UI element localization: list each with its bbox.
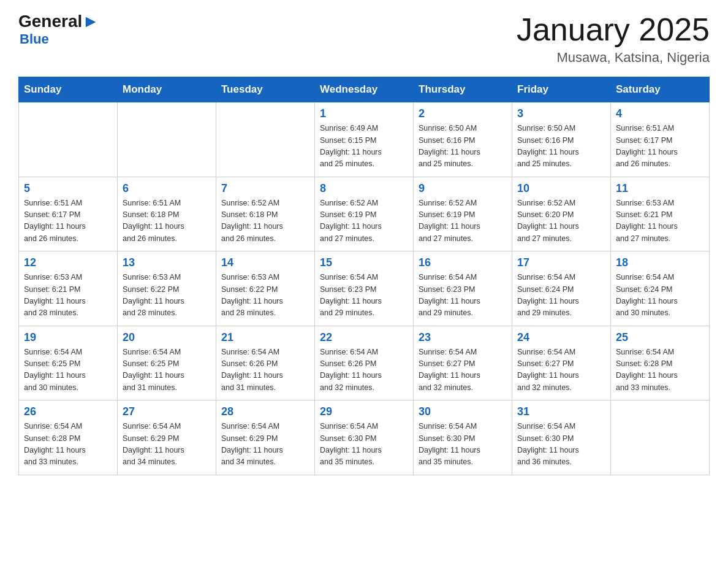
day-number: 25 xyxy=(616,331,704,344)
calendar-cell: 23Sunrise: 6:54 AM Sunset: 6:27 PM Dayli… xyxy=(414,326,512,400)
calendar-week-row: 1Sunrise: 6:49 AM Sunset: 6:15 PM Daylig… xyxy=(19,102,710,177)
calendar-cell: 5Sunrise: 6:51 AM Sunset: 6:17 PM Daylig… xyxy=(19,177,118,251)
weekday-header-wednesday: Wednesday xyxy=(315,77,414,102)
weekday-header-thursday: Thursday xyxy=(414,77,512,102)
logo-text: General► xyxy=(18,12,99,31)
calendar-cell: 9Sunrise: 6:52 AM Sunset: 6:19 PM Daylig… xyxy=(414,177,512,251)
day-info: Sunrise: 6:54 AM Sunset: 6:29 PM Dayligh… xyxy=(221,421,309,469)
calendar-cell: 8Sunrise: 6:52 AM Sunset: 6:19 PM Daylig… xyxy=(315,177,414,251)
calendar-table: SundayMondayTuesdayWednesdayThursdayFrid… xyxy=(18,77,710,475)
location: Musawa, Katsina, Nigeria xyxy=(517,50,710,66)
day-number: 1 xyxy=(320,107,408,120)
day-number: 8 xyxy=(320,182,408,195)
day-number: 28 xyxy=(221,405,309,418)
day-info: Sunrise: 6:54 AM Sunset: 6:26 PM Dayligh… xyxy=(221,347,309,394)
day-info: Sunrise: 6:54 AM Sunset: 6:25 PM Dayligh… xyxy=(123,347,211,394)
day-info: Sunrise: 6:54 AM Sunset: 6:27 PM Dayligh… xyxy=(517,347,605,394)
day-info: Sunrise: 6:53 AM Sunset: 6:21 PM Dayligh… xyxy=(24,272,112,320)
calendar-cell: 1Sunrise: 6:49 AM Sunset: 6:15 PM Daylig… xyxy=(315,102,414,177)
page-header: General► Blue January 2025 Musawa, Katsi… xyxy=(18,12,710,66)
day-number: 7 xyxy=(221,182,309,195)
calendar-cell xyxy=(118,102,216,177)
weekday-header-sunday: Sunday xyxy=(19,77,118,102)
day-number: 29 xyxy=(320,405,408,418)
calendar-cell: 27Sunrise: 6:54 AM Sunset: 6:29 PM Dayli… xyxy=(118,400,216,475)
day-info: Sunrise: 6:54 AM Sunset: 6:23 PM Dayligh… xyxy=(320,272,408,320)
day-info: Sunrise: 6:54 AM Sunset: 6:30 PM Dayligh… xyxy=(517,421,605,469)
calendar-cell: 19Sunrise: 6:54 AM Sunset: 6:25 PM Dayli… xyxy=(19,326,118,400)
day-number: 13 xyxy=(123,256,211,269)
calendar-cell: 13Sunrise: 6:53 AM Sunset: 6:22 PM Dayli… xyxy=(118,251,216,326)
day-info: Sunrise: 6:49 AM Sunset: 6:15 PM Dayligh… xyxy=(320,123,408,170)
month-title: January 2025 xyxy=(517,12,710,47)
calendar-cell xyxy=(216,102,315,177)
day-number: 26 xyxy=(24,405,112,418)
calendar-cell: 31Sunrise: 6:54 AM Sunset: 6:30 PM Dayli… xyxy=(512,400,611,475)
day-info: Sunrise: 6:52 AM Sunset: 6:19 PM Dayligh… xyxy=(320,197,408,245)
day-info: Sunrise: 6:52 AM Sunset: 6:20 PM Dayligh… xyxy=(517,197,605,245)
logo-blue-text: Blue xyxy=(20,31,49,47)
day-info: Sunrise: 6:51 AM Sunset: 6:18 PM Dayligh… xyxy=(123,197,211,245)
day-number: 20 xyxy=(123,331,211,344)
day-number: 30 xyxy=(419,405,507,418)
calendar-cell: 10Sunrise: 6:52 AM Sunset: 6:20 PM Dayli… xyxy=(512,177,611,251)
day-info: Sunrise: 6:54 AM Sunset: 6:29 PM Dayligh… xyxy=(123,421,211,469)
calendar-cell: 4Sunrise: 6:51 AM Sunset: 6:17 PM Daylig… xyxy=(611,102,710,177)
day-number: 4 xyxy=(616,107,704,120)
weekday-header-friday: Friday xyxy=(512,77,611,102)
calendar-cell: 25Sunrise: 6:54 AM Sunset: 6:28 PM Dayli… xyxy=(611,326,710,400)
calendar-cell: 21Sunrise: 6:54 AM Sunset: 6:26 PM Dayli… xyxy=(216,326,315,400)
day-number: 18 xyxy=(616,256,704,269)
day-info: Sunrise: 6:54 AM Sunset: 6:30 PM Dayligh… xyxy=(419,421,507,469)
day-info: Sunrise: 6:54 AM Sunset: 6:28 PM Dayligh… xyxy=(616,347,704,394)
day-info: Sunrise: 6:54 AM Sunset: 6:23 PM Dayligh… xyxy=(419,272,507,320)
day-number: 16 xyxy=(419,256,507,269)
day-number: 15 xyxy=(320,256,408,269)
calendar-cell: 2Sunrise: 6:50 AM Sunset: 6:16 PM Daylig… xyxy=(414,102,512,177)
calendar-week-row: 5Sunrise: 6:51 AM Sunset: 6:17 PM Daylig… xyxy=(19,177,710,251)
calendar-cell: 6Sunrise: 6:51 AM Sunset: 6:18 PM Daylig… xyxy=(118,177,216,251)
day-number: 5 xyxy=(24,182,112,195)
day-info: Sunrise: 6:53 AM Sunset: 6:22 PM Dayligh… xyxy=(221,272,309,320)
calendar-cell: 18Sunrise: 6:54 AM Sunset: 6:24 PM Dayli… xyxy=(611,251,710,326)
logo: General► Blue xyxy=(18,12,99,47)
day-number: 6 xyxy=(123,182,211,195)
day-number: 31 xyxy=(517,405,605,418)
calendar-cell: 20Sunrise: 6:54 AM Sunset: 6:25 PM Dayli… xyxy=(118,326,216,400)
day-number: 27 xyxy=(123,405,211,418)
day-number: 19 xyxy=(24,331,112,344)
day-info: Sunrise: 6:53 AM Sunset: 6:22 PM Dayligh… xyxy=(123,272,211,320)
day-info: Sunrise: 6:54 AM Sunset: 6:24 PM Dayligh… xyxy=(616,272,704,320)
calendar-cell: 15Sunrise: 6:54 AM Sunset: 6:23 PM Dayli… xyxy=(315,251,414,326)
calendar-cell xyxy=(611,400,710,475)
day-info: Sunrise: 6:54 AM Sunset: 6:24 PM Dayligh… xyxy=(517,272,605,320)
weekday-header-tuesday: Tuesday xyxy=(216,77,315,102)
day-info: Sunrise: 6:52 AM Sunset: 6:19 PM Dayligh… xyxy=(419,197,507,245)
calendar-cell: 26Sunrise: 6:54 AM Sunset: 6:28 PM Dayli… xyxy=(19,400,118,475)
day-info: Sunrise: 6:50 AM Sunset: 6:16 PM Dayligh… xyxy=(419,123,507,170)
calendar-cell: 28Sunrise: 6:54 AM Sunset: 6:29 PM Dayli… xyxy=(216,400,315,475)
calendar-week-row: 12Sunrise: 6:53 AM Sunset: 6:21 PM Dayli… xyxy=(19,251,710,326)
day-info: Sunrise: 6:51 AM Sunset: 6:17 PM Dayligh… xyxy=(24,197,112,245)
calendar-cell: 14Sunrise: 6:53 AM Sunset: 6:22 PM Dayli… xyxy=(216,251,315,326)
calendar-week-row: 19Sunrise: 6:54 AM Sunset: 6:25 PM Dayli… xyxy=(19,326,710,400)
calendar-cell: 12Sunrise: 6:53 AM Sunset: 6:21 PM Dayli… xyxy=(19,251,118,326)
day-number: 23 xyxy=(419,331,507,344)
calendar-cell: 16Sunrise: 6:54 AM Sunset: 6:23 PM Dayli… xyxy=(414,251,512,326)
title-block: January 2025 Musawa, Katsina, Nigeria xyxy=(517,12,710,66)
day-number: 2 xyxy=(419,107,507,120)
weekday-header-row: SundayMondayTuesdayWednesdayThursdayFrid… xyxy=(19,77,710,102)
day-number: 22 xyxy=(320,331,408,344)
logo-arrow-icon: ► xyxy=(82,12,99,31)
day-info: Sunrise: 6:54 AM Sunset: 6:28 PM Dayligh… xyxy=(24,421,112,469)
calendar-cell: 3Sunrise: 6:50 AM Sunset: 6:16 PM Daylig… xyxy=(512,102,611,177)
calendar-cell: 29Sunrise: 6:54 AM Sunset: 6:30 PM Dayli… xyxy=(315,400,414,475)
day-number: 14 xyxy=(221,256,309,269)
calendar-week-row: 26Sunrise: 6:54 AM Sunset: 6:28 PM Dayli… xyxy=(19,400,710,475)
weekday-header-monday: Monday xyxy=(118,77,216,102)
day-info: Sunrise: 6:53 AM Sunset: 6:21 PM Dayligh… xyxy=(616,197,704,245)
day-number: 12 xyxy=(24,256,112,269)
day-number: 9 xyxy=(419,182,507,195)
calendar-cell: 17Sunrise: 6:54 AM Sunset: 6:24 PM Dayli… xyxy=(512,251,611,326)
day-info: Sunrise: 6:54 AM Sunset: 6:26 PM Dayligh… xyxy=(320,347,408,394)
